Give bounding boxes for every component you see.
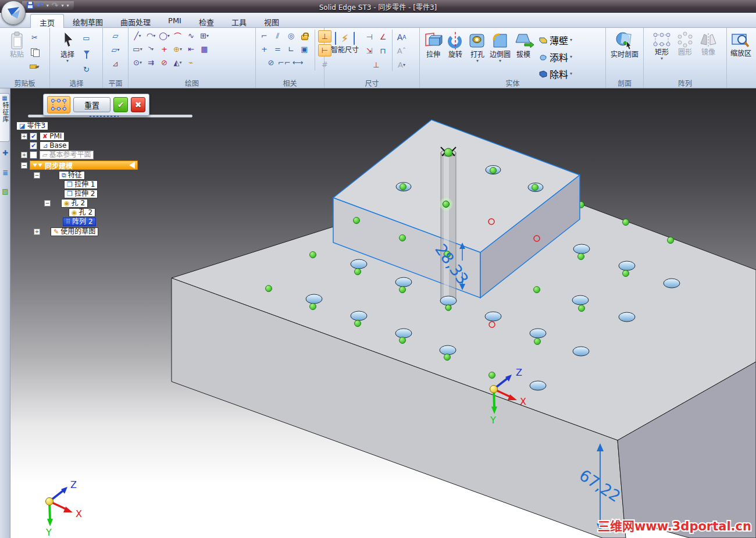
tree-row-sync-modeling[interactable]: − 同步建模 bbox=[21, 161, 138, 170]
thin-wall-button[interactable]: 薄壁▾ bbox=[539, 33, 572, 47]
draft-button[interactable]: 拔模 bbox=[513, 30, 534, 59]
tab-inspect[interactable]: 检查 bbox=[190, 14, 223, 28]
tree-row-base[interactable]: ✔ ⊿Base bbox=[30, 141, 69, 150]
tab-view[interactable]: 视图 bbox=[255, 14, 288, 28]
hole-button[interactable]: 打孔 ▾ bbox=[468, 30, 487, 63]
angle-between-button[interactable]: ∠ bbox=[376, 31, 390, 43]
hole[interactable] bbox=[306, 294, 322, 304]
coordinate-dimension-button[interactable]: ⊓ bbox=[376, 45, 390, 57]
tab-home[interactable]: 主页 bbox=[30, 14, 64, 28]
part-library-icon[interactable]: ✚ bbox=[1, 149, 10, 157]
grid-tool-button[interactable]: ⊞▾ bbox=[198, 30, 211, 42]
hole[interactable] bbox=[530, 329, 546, 338]
arc-tool-button[interactable]: ◠▾ bbox=[144, 30, 158, 42]
smart-dimension-button[interactable]: ⚡ 智能尺寸 bbox=[327, 30, 363, 54]
fillet-tool-button[interactable]: ◝▾ bbox=[144, 43, 158, 55]
collapse-icon[interactable]: − bbox=[34, 172, 40, 179]
offset-tool-button[interactable]: ⇤ bbox=[184, 43, 198, 55]
hatch-tool-button[interactable]: ▦ bbox=[198, 43, 211, 55]
hole[interactable] bbox=[572, 295, 589, 305]
tab-sketch[interactable]: 绘制草图 bbox=[64, 14, 112, 28]
coincident-plane-button[interactable]: ▱ bbox=[109, 30, 122, 42]
angle-coordinate-button[interactable]: ⊥ bbox=[370, 59, 383, 71]
extrude-button[interactable]: 拉伸 bbox=[423, 30, 443, 59]
format-painter-button[interactable]: ▾ bbox=[28, 60, 41, 73]
hole[interactable] bbox=[395, 329, 412, 338]
select-button[interactable]: 选择 ▾ bbox=[60, 30, 75, 63]
tree-row-features[interactable]: − ⧉特征 bbox=[34, 171, 85, 180]
pattern-point-handle[interactable] bbox=[443, 201, 450, 208]
more-planes-button[interactable]: ▱▾ bbox=[109, 44, 122, 56]
lock-relation-button[interactable] bbox=[298, 30, 311, 42]
rigid-set-relation-button[interactable]: ▣ bbox=[298, 43, 311, 55]
tree-row-used-sketches[interactable]: + ✎使用的草图 bbox=[34, 227, 98, 236]
hole[interactable] bbox=[530, 381, 546, 390]
accept-button[interactable]: ✔ bbox=[113, 97, 128, 112]
hole[interactable] bbox=[485, 312, 501, 321]
zoom-area-button[interactable]: 缩放区 bbox=[730, 30, 751, 58]
rectangle-tool-button[interactable]: ▭▾ bbox=[131, 43, 144, 55]
hole[interactable] bbox=[573, 347, 589, 356]
center-circle-tool-button[interactable]: ⊙▾ bbox=[131, 56, 144, 69]
dimension-style-button[interactable]: AA bbox=[395, 31, 408, 43]
hole[interactable] bbox=[619, 261, 635, 270]
pattern-point-handle[interactable] bbox=[445, 305, 451, 311]
layers-icon[interactable]: ≣ bbox=[1, 169, 10, 177]
select-filter-button[interactable] bbox=[80, 48, 93, 60]
expand-icon[interactable]: + bbox=[21, 133, 27, 140]
tab-tools[interactable]: 工具 bbox=[223, 14, 255, 28]
collapse-icon[interactable]: − bbox=[21, 162, 27, 169]
move-tool-button[interactable]: ⊕▾ bbox=[171, 43, 184, 55]
parallel-relation-button[interactable]: ⫽ bbox=[271, 30, 284, 42]
tangent-relation-button[interactable]: ⊘ bbox=[265, 56, 278, 69]
color-manager-icon[interactable]: ▨ bbox=[1, 187, 10, 195]
tree-row-extrude-1[interactable]: ❒拉伸 1 bbox=[64, 180, 98, 189]
add-material-button[interactable]: 添料▾ bbox=[539, 50, 572, 64]
connect-relation-button[interactable]: ⌐ bbox=[258, 30, 271, 42]
symmetric-diameter-button[interactable]: ⇲ bbox=[363, 45, 376, 57]
hole-axis-cylinder[interactable] bbox=[440, 147, 457, 311]
expand-icon[interactable]: + bbox=[34, 229, 40, 235]
tree-row-ref-planes[interactable]: + ▱基本参考平面 bbox=[21, 151, 94, 159]
coordinate-system-button[interactable]: ⊿ bbox=[109, 58, 122, 70]
rectangular-pattern-button[interactable]: 矩形 ▾ bbox=[652, 30, 672, 61]
chamfer-tool-button[interactable]: ◭▾ bbox=[171, 56, 184, 69]
line-tool-button[interactable]: ╱▾ bbox=[131, 30, 144, 42]
trim-tool-button[interactable]: ⊘ bbox=[158, 56, 171, 69]
curve-tool-button[interactable]: ⌁ bbox=[184, 56, 198, 69]
sync-modeling-bar[interactable]: 同步建模 bbox=[30, 161, 138, 170]
pmi-checkbox[interactable]: ✔ bbox=[30, 133, 37, 140]
application-button[interactable] bbox=[1, 1, 26, 25]
point-tool-button[interactable]: + bbox=[158, 43, 171, 55]
collinear-relation-button[interactable]: ⟷ bbox=[291, 56, 305, 69]
horizontal-vertical-relation-button[interactable]: + bbox=[258, 43, 271, 55]
hole[interactable] bbox=[351, 311, 367, 320]
expand-icon[interactable]: + bbox=[21, 152, 27, 158]
ref-planes-checkbox[interactable] bbox=[30, 151, 37, 159]
cylinder-top-handle[interactable] bbox=[444, 148, 452, 156]
tree-row-pmi[interactable]: + ✔ ✘PMI bbox=[21, 132, 65, 141]
tab-surfacing[interactable]: 曲面处理 bbox=[112, 14, 159, 28]
tab-pmi[interactable]: PMI bbox=[159, 14, 190, 28]
cut-button[interactable]: ✂ bbox=[28, 31, 41, 44]
ellipse-tool-button[interactable]: ⌒ bbox=[171, 30, 184, 42]
tree-row-hole-parent[interactable]: − ◉孔 2 bbox=[44, 199, 88, 208]
hole[interactable] bbox=[440, 296, 457, 305]
cancel-button[interactable]: ✖ bbox=[131, 97, 145, 112]
hole[interactable] bbox=[573, 244, 590, 254]
distance-between-button[interactable]: ⊣ bbox=[363, 31, 376, 43]
select-window-button[interactable]: ▭ bbox=[80, 32, 93, 44]
tree-row-hole-child[interactable]: ◉孔 2 bbox=[69, 208, 95, 217]
tree-row-extrude-2[interactable]: ❒拉伸 2 bbox=[64, 190, 98, 198]
equal-relation-button[interactable]: = bbox=[271, 43, 284, 55]
concentric-relation-button[interactable]: ◎ bbox=[284, 30, 298, 42]
rectangular-pattern-active-tool[interactable] bbox=[47, 96, 70, 113]
feature-library-tab[interactable]: ▦ 特征库 bbox=[0, 93, 10, 142]
rollback-triangle-icon[interactable] bbox=[129, 162, 135, 169]
tree-row-part[interactable]: ◪零件3 bbox=[16, 122, 48, 130]
project-edge-button[interactable]: ⇉ bbox=[144, 56, 158, 69]
circle-tool-button[interactable]: ◯▾ bbox=[158, 30, 171, 42]
tree-row-pattern-selected[interactable]: ⠿阵列 2 bbox=[63, 218, 96, 226]
deselect-button[interactable]: ↻ bbox=[80, 63, 93, 76]
spline-tool-button[interactable]: ∿ bbox=[184, 30, 198, 42]
